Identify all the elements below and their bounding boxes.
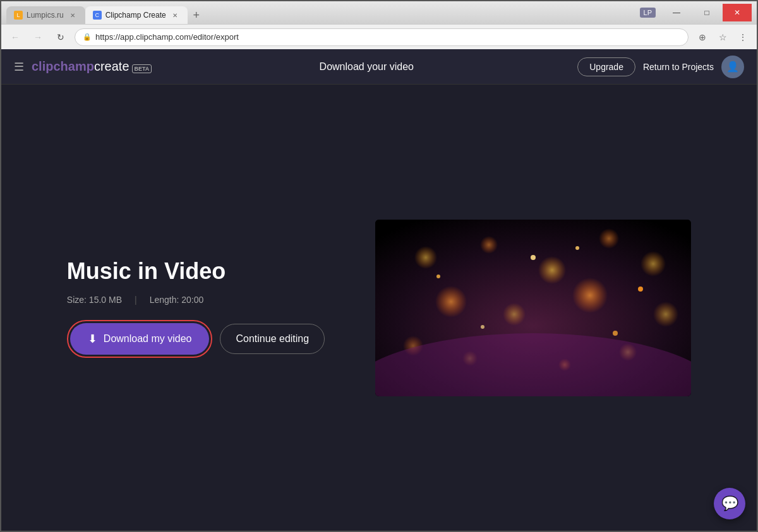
header-center: Download your video <box>155 61 577 73</box>
new-tab-button[interactable]: + <box>188 6 205 24</box>
svg-point-8 <box>572 278 608 313</box>
chat-bubble[interactable]: 💬 <box>714 488 745 519</box>
lumpics-favicon: L <box>14 11 23 20</box>
maximize-button[interactable]: □ <box>692 4 721 21</box>
svg-point-7 <box>503 303 526 326</box>
download-btn-label: Download my video <box>104 333 192 345</box>
beta-badge: BETA <box>132 64 152 73</box>
address-text: https://app.clipchamp.com/editor/export <box>95 32 680 42</box>
clipchamp-favicon: C <box>93 11 102 20</box>
tab-bar: L Lumpics.ru ✕ C Clipchamp Create ✕ + <box>6 1 636 24</box>
logo-create: create <box>94 59 129 74</box>
tab-lumpics[interactable]: L Lumpics.ru ✕ <box>6 6 85 24</box>
menu-icon[interactable]: ⋮ <box>734 28 752 46</box>
logo-clip: clipchamp <box>32 59 94 74</box>
avatar[interactable]: 👤 <box>721 56 744 78</box>
upgrade-button[interactable]: Upgrade <box>577 57 635 76</box>
header-title: Download your video <box>320 61 414 73</box>
meta-separator: | <box>135 295 137 305</box>
svg-point-3 <box>538 256 566 284</box>
svg-point-9 <box>653 302 678 327</box>
thumbnail-svg <box>375 220 691 396</box>
return-to-projects-link[interactable]: Return to Projects <box>643 62 714 72</box>
svg-point-6 <box>435 286 467 317</box>
download-video-button[interactable]: ⬇ Download my video <box>70 323 210 355</box>
download-btn-wrapper: ⬇ Download my video <box>67 320 213 358</box>
svg-point-19 <box>613 331 618 336</box>
lock-icon: 🔒 <box>83 33 92 41</box>
download-icon: ⬇ <box>88 332 97 346</box>
video-size: Size: 15.0 MB <box>67 295 122 305</box>
title-bar: L Lumpics.ru ✕ C Clipchamp Create ✕ + LP… <box>1 1 757 24</box>
tab-lumpics-close[interactable]: ✕ <box>68 10 78 20</box>
chat-icon: 💬 <box>721 495 738 512</box>
bookmark-icon[interactable]: ☆ <box>714 28 731 46</box>
svg-point-1 <box>414 246 437 269</box>
window-controls: — □ ✕ <box>662 4 752 21</box>
app-logo: clipchampcreateBETA <box>32 59 152 74</box>
close-button[interactable]: ✕ <box>723 4 752 21</box>
hamburger-menu[interactable]: ☰ <box>14 60 24 74</box>
left-panel: Music in Video Size: 15.0 MB | Length: 2… <box>67 258 325 358</box>
back-button[interactable]: ← <box>6 28 24 46</box>
svg-point-18 <box>481 325 484 329</box>
tab-lumpics-label: Lumpics.ru <box>27 11 64 20</box>
svg-point-5 <box>641 251 666 276</box>
continue-editing-button[interactable]: Continue editing <box>220 324 325 354</box>
svg-point-4 <box>599 228 619 249</box>
button-row: ⬇ Download my video Continue editing <box>67 320 325 358</box>
svg-point-15 <box>436 275 440 278</box>
tab-clipchamp[interactable]: C Clipchamp Create ✕ <box>85 6 188 24</box>
refresh-button[interactable]: ↻ <box>52 28 69 46</box>
svg-point-16 <box>575 246 579 250</box>
svg-point-14 <box>531 255 536 260</box>
video-length: Length: 20:00 <box>150 295 204 305</box>
video-title: Music in Video <box>67 258 226 285</box>
app-content: ☰ clipchampcreateBETA Download your vide… <box>1 49 757 531</box>
video-thumbnail <box>375 220 691 396</box>
address-actions: ⊕ ☆ ⋮ <box>694 28 752 46</box>
header-actions: Upgrade Return to Projects 👤 <box>577 56 744 78</box>
app-header: ☰ clipchampcreateBETA Download your vide… <box>1 49 757 85</box>
minimize-button[interactable]: — <box>662 4 691 21</box>
video-meta: Size: 15.0 MB | Length: 20:00 <box>67 295 203 305</box>
address-bar: ← → ↻ 🔒 https://app.clipchamp.com/editor… <box>1 24 757 49</box>
tab-clipchamp-close[interactable]: ✕ <box>170 10 180 20</box>
address-input[interactable]: 🔒 https://app.clipchamp.com/editor/expor… <box>75 28 689 46</box>
tab-clipchamp-label: Clipchamp Create <box>105 11 166 20</box>
forward-button[interactable]: → <box>29 28 47 46</box>
browser-frame: L Lumpics.ru ✕ C Clipchamp Create ✕ + LP… <box>0 0 758 532</box>
svg-point-2 <box>480 236 498 254</box>
user-badge: LP <box>640 8 656 18</box>
svg-point-17 <box>638 287 643 292</box>
main-content: Music in Video Size: 15.0 MB | Length: 2… <box>1 85 757 531</box>
translate-icon[interactable]: ⊕ <box>694 28 711 46</box>
